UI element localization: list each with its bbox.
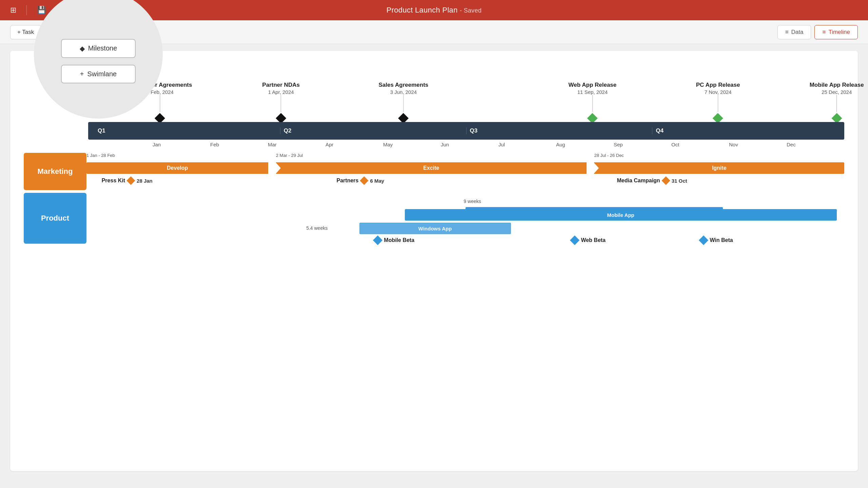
- saved-status: - Saved: [460, 7, 481, 14]
- quarter-q3: Q3: [467, 127, 481, 134]
- marketing-date-2: 2 Mar - 29 Jul: [276, 153, 303, 158]
- marketing-swimlane: Marketing 1 Jan - 28 Feb 2 Mar - 29 Jul …: [24, 153, 844, 190]
- months-row: Jan Feb Mar Apr May Jun Jul Aug Sep Oct …: [88, 142, 844, 147]
- marketing-label: Marketing: [24, 153, 86, 190]
- task-partners: Partners 6 May: [337, 178, 384, 184]
- marketing-date-3: 28 Jul - 26 Dec: [594, 153, 624, 158]
- product-swimlane: Product 9 weeks Web App: [24, 193, 844, 248]
- presskit-diamond: [126, 176, 135, 185]
- product-content: 9 weeks Web App Mobile App: [86, 193, 844, 248]
- milestone-pcapp: PC App Release 7 Nov, 2024: [696, 82, 740, 122]
- phase-ignite: Ignite: [594, 162, 844, 174]
- document-title: Product Launch Plan - Saved: [387, 6, 482, 15]
- month-sep: Sep: [614, 142, 671, 147]
- month-oct: Oct: [671, 142, 729, 147]
- quarter-q2: Q2: [280, 127, 295, 134]
- phase-windowsapp: Windows App: [359, 223, 511, 234]
- product-label: Product: [24, 193, 86, 244]
- marketing-date-1: 1 Jan - 28 Feb: [86, 153, 115, 158]
- title-text: Product Launch Plan: [387, 6, 458, 14]
- month-apr: Apr: [326, 142, 383, 147]
- milestone-option[interactable]: ◆ Milestone: [61, 39, 136, 58]
- task-media-campaign: Media Campaign 31 Oct: [617, 178, 687, 184]
- phase-mobileapp: Mobile App: [405, 209, 837, 221]
- year-label: 2024: [0, 124, 10, 138]
- month-mar: Mar: [268, 142, 326, 147]
- swimlane-icon: +: [80, 70, 84, 78]
- data-view-button[interactable]: ≡ Data: [777, 25, 811, 39]
- task-press-kit: Press Kit 28 Jan: [102, 178, 153, 184]
- timeline-icon: ≡: [822, 29, 826, 36]
- task-web-beta: Web Beta: [571, 237, 606, 244]
- month-nov: Nov: [729, 142, 787, 147]
- quarter-q4: Q4: [652, 127, 667, 134]
- swimlane-option[interactable]: + Swimlane: [61, 65, 136, 83]
- milestone-mobileapp: Mobile App Release 25 Dec, 2024: [810, 82, 864, 122]
- timeline-bar: Q1 Q2 Q3 Q4: [88, 122, 844, 140]
- milestone-partner-ndas: Partner NDAs 1 Apr, 2024: [262, 82, 300, 122]
- month-jun: Jun: [441, 142, 498, 147]
- save-icon[interactable]: 💾: [37, 6, 46, 15]
- quarter-q1: Q1: [94, 127, 109, 134]
- month-jan: Jan: [153, 142, 210, 147]
- milestone-sales: Sales Agreements 3 Jun, 2024: [379, 82, 429, 122]
- weeks-label-54: 5.4 weeks: [306, 225, 328, 231]
- diamond-icon: ◆: [80, 44, 85, 53]
- circle-options: ◆ Milestone + Swimlane: [61, 39, 136, 83]
- phase-develop: Develop: [86, 162, 268, 174]
- view-toggle: ≡ Data ≡ Timeline: [777, 25, 858, 39]
- list-icon: ≡: [785, 29, 789, 36]
- month-may: May: [383, 142, 441, 147]
- winbeta-diamond: [699, 236, 708, 245]
- divider: [26, 5, 27, 15]
- main-content: Distributor Agreements 7 Feb, 2024 Partn…: [10, 51, 858, 471]
- phase-excite: Excite: [276, 162, 587, 174]
- month-jul: Jul: [498, 142, 556, 147]
- weeks-label-9: 9 weeks: [463, 199, 481, 204]
- mobilebeta-diamond: [373, 236, 382, 245]
- grid-icon[interactable]: ⊞: [10, 6, 16, 15]
- partners-diamond: [360, 176, 369, 185]
- timeline-view-button[interactable]: ≡ Timeline: [814, 25, 858, 39]
- webbeta-diamond: [570, 236, 579, 245]
- swimlanes: Marketing 1 Jan - 28 Feb 2 Mar - 29 Jul …: [24, 153, 844, 248]
- marketing-content: 1 Jan - 28 Feb 2 Mar - 29 Jul 28 Jul - 2…: [86, 153, 844, 190]
- task-mobile-beta: Mobile Beta: [374, 237, 414, 244]
- milestones-area: Distributor Agreements 7 Feb, 2024 Partn…: [88, 68, 844, 122]
- month-aug: Aug: [556, 142, 614, 147]
- month-dec: Dec: [787, 142, 844, 147]
- milestone-webapp: Web App Release 11 Sep, 2024: [569, 82, 617, 122]
- month-feb: Feb: [210, 142, 268, 147]
- task-win-beta: Win Beta: [700, 237, 733, 244]
- mediacampaign-diamond: [662, 176, 670, 185]
